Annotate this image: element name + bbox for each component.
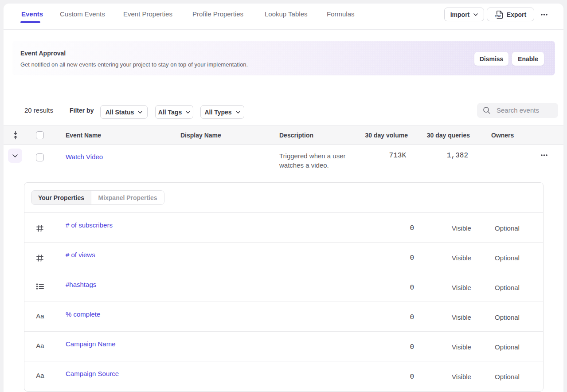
- svg-text:CSV: CSV: [495, 15, 501, 18]
